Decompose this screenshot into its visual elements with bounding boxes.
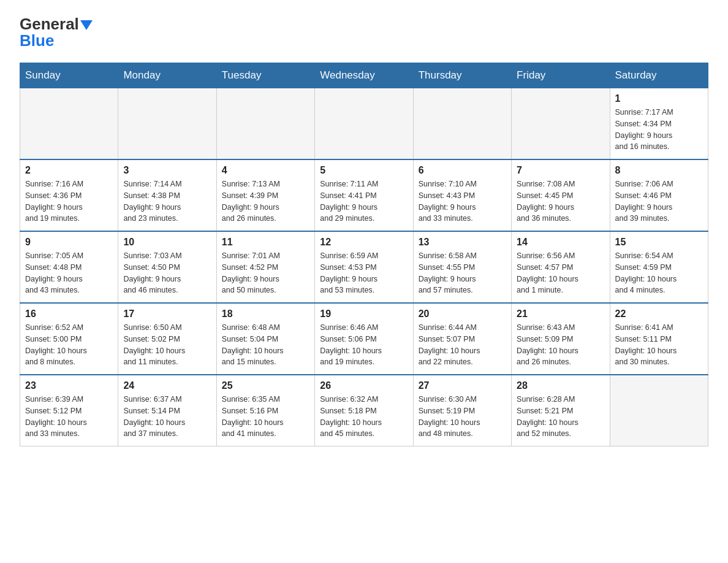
calendar-week-row: 9Sunrise: 7:05 AM Sunset: 4:48 PM Daylig… <box>20 231 708 303</box>
calendar-day-cell <box>512 88 610 160</box>
day-of-week-header: Tuesday <box>216 63 314 88</box>
calendar-day-cell: 12Sunrise: 6:59 AM Sunset: 4:53 PM Dayli… <box>315 231 413 303</box>
calendar-week-row: 2Sunrise: 7:16 AM Sunset: 4:36 PM Daylig… <box>20 159 708 231</box>
calendar-day-cell: 14Sunrise: 6:56 AM Sunset: 4:57 PM Dayli… <box>512 231 610 303</box>
day-info: Sunrise: 6:28 AM Sunset: 5:21 PM Dayligh… <box>517 394 604 440</box>
calendar-day-cell: 5Sunrise: 7:11 AM Sunset: 4:41 PM Daylig… <box>315 159 413 231</box>
calendar-week-row: 23Sunrise: 6:39 AM Sunset: 5:12 PM Dayli… <box>20 375 708 446</box>
calendar-day-cell: 16Sunrise: 6:52 AM Sunset: 5:00 PM Dayli… <box>20 303 118 375</box>
day-info: Sunrise: 6:52 AM Sunset: 5:00 PM Dayligh… <box>25 322 113 368</box>
day-number: 9 <box>25 237 113 248</box>
logo-blue-text: Blue <box>20 31 54 50</box>
calendar-day-cell: 7Sunrise: 7:08 AM Sunset: 4:45 PM Daylig… <box>512 159 610 231</box>
day-info: Sunrise: 6:54 AM Sunset: 4:59 PM Dayligh… <box>615 250 703 296</box>
day-number: 27 <box>419 380 506 391</box>
day-number: 2 <box>25 165 113 176</box>
calendar-day-cell: 24Sunrise: 6:37 AM Sunset: 5:14 PM Dayli… <box>118 375 216 446</box>
calendar-day-cell: 15Sunrise: 6:54 AM Sunset: 4:59 PM Dayli… <box>610 231 708 303</box>
day-number: 15 <box>615 237 703 248</box>
day-info: Sunrise: 6:43 AM Sunset: 5:09 PM Dayligh… <box>517 322 604 368</box>
day-number: 11 <box>222 237 309 248</box>
day-info: Sunrise: 7:17 AM Sunset: 4:34 PM Dayligh… <box>615 107 703 153</box>
day-number: 18 <box>222 308 309 320</box>
day-info: Sunrise: 7:08 AM Sunset: 4:45 PM Dayligh… <box>517 178 604 224</box>
logo-triangle-icon <box>80 20 93 30</box>
day-number: 19 <box>320 308 408 320</box>
calendar-day-cell: 9Sunrise: 7:05 AM Sunset: 4:48 PM Daylig… <box>20 231 118 303</box>
day-of-week-header: Thursday <box>413 63 511 88</box>
day-number: 23 <box>25 380 113 391</box>
calendar-day-cell <box>216 88 314 160</box>
calendar-day-cell: 19Sunrise: 6:46 AM Sunset: 5:06 PM Dayli… <box>315 303 413 375</box>
calendar-day-cell: 11Sunrise: 7:01 AM Sunset: 4:52 PM Dayli… <box>216 231 314 303</box>
calendar-day-cell: 20Sunrise: 6:44 AM Sunset: 5:07 PM Dayli… <box>413 303 511 375</box>
calendar-day-cell: 27Sunrise: 6:30 AM Sunset: 5:19 PM Dayli… <box>413 375 511 446</box>
day-number: 7 <box>517 165 604 176</box>
calendar-day-cell: 10Sunrise: 7:03 AM Sunset: 4:50 PM Dayli… <box>118 231 216 303</box>
calendar-day-cell: 13Sunrise: 6:58 AM Sunset: 4:55 PM Dayli… <box>413 231 511 303</box>
day-info: Sunrise: 6:59 AM Sunset: 4:53 PM Dayligh… <box>320 250 408 296</box>
day-number: 14 <box>517 237 604 248</box>
calendar-day-cell: 3Sunrise: 7:14 AM Sunset: 4:38 PM Daylig… <box>118 159 216 231</box>
day-info: Sunrise: 7:06 AM Sunset: 4:46 PM Dayligh… <box>615 178 703 224</box>
calendar-day-cell: 1Sunrise: 7:17 AM Sunset: 4:34 PM Daylig… <box>610 88 708 160</box>
calendar-day-cell: 23Sunrise: 6:39 AM Sunset: 5:12 PM Dayli… <box>20 375 118 446</box>
day-number: 17 <box>123 308 211 320</box>
day-info: Sunrise: 6:46 AM Sunset: 5:06 PM Dayligh… <box>320 322 408 368</box>
day-info: Sunrise: 7:03 AM Sunset: 4:50 PM Dayligh… <box>123 250 211 296</box>
day-info: Sunrise: 7:14 AM Sunset: 4:38 PM Dayligh… <box>123 178 211 224</box>
day-info: Sunrise: 6:35 AM Sunset: 5:16 PM Dayligh… <box>222 394 309 440</box>
calendar-day-cell: 17Sunrise: 6:50 AM Sunset: 5:02 PM Dayli… <box>118 303 216 375</box>
calendar-day-cell: 6Sunrise: 7:10 AM Sunset: 4:43 PM Daylig… <box>413 159 511 231</box>
day-info: Sunrise: 7:01 AM Sunset: 4:52 PM Dayligh… <box>222 250 309 296</box>
day-number: 26 <box>320 380 408 391</box>
day-of-week-header: Monday <box>118 63 216 88</box>
day-info: Sunrise: 6:39 AM Sunset: 5:12 PM Dayligh… <box>25 394 113 440</box>
calendar-week-row: 16Sunrise: 6:52 AM Sunset: 5:00 PM Dayli… <box>20 303 708 375</box>
calendar-day-cell <box>315 88 413 160</box>
day-number: 25 <box>222 380 309 391</box>
day-number: 6 <box>419 165 506 176</box>
calendar-day-cell: 28Sunrise: 6:28 AM Sunset: 5:21 PM Dayli… <box>512 375 610 446</box>
calendar-day-cell: 2Sunrise: 7:16 AM Sunset: 4:36 PM Daylig… <box>20 159 118 231</box>
day-number: 13 <box>419 237 506 248</box>
calendar-day-cell <box>413 88 511 160</box>
day-of-week-header: Friday <box>512 63 610 88</box>
day-number: 16 <box>25 308 113 320</box>
day-number: 10 <box>123 237 211 248</box>
day-number: 5 <box>320 165 408 176</box>
calendar-header-row: SundayMondayTuesdayWednesdayThursdayFrid… <box>20 63 708 88</box>
calendar-week-row: 1Sunrise: 7:17 AM Sunset: 4:34 PM Daylig… <box>20 88 708 160</box>
calendar-day-cell: 8Sunrise: 7:06 AM Sunset: 4:46 PM Daylig… <box>610 159 708 231</box>
calendar-table: SundayMondayTuesdayWednesdayThursdayFrid… <box>20 63 708 446</box>
page-header: General Blue <box>20 15 708 50</box>
day-number: 3 <box>123 165 211 176</box>
day-info: Sunrise: 7:11 AM Sunset: 4:41 PM Dayligh… <box>320 178 408 224</box>
day-info: Sunrise: 6:30 AM Sunset: 5:19 PM Dayligh… <box>419 394 506 440</box>
day-number: 24 <box>123 380 211 391</box>
day-info: Sunrise: 6:41 AM Sunset: 5:11 PM Dayligh… <box>615 322 703 368</box>
calendar-day-cell: 21Sunrise: 6:43 AM Sunset: 5:09 PM Dayli… <box>512 303 610 375</box>
logo: General Blue <box>20 15 93 50</box>
calendar-day-cell <box>118 88 216 160</box>
calendar-day-cell: 18Sunrise: 6:48 AM Sunset: 5:04 PM Dayli… <box>216 303 314 375</box>
day-info: Sunrise: 6:50 AM Sunset: 5:02 PM Dayligh… <box>123 322 211 368</box>
calendar-day-cell <box>20 88 118 160</box>
day-info: Sunrise: 7:16 AM Sunset: 4:36 PM Dayligh… <box>25 178 113 224</box>
calendar-day-cell: 22Sunrise: 6:41 AM Sunset: 5:11 PM Dayli… <box>610 303 708 375</box>
day-info: Sunrise: 7:13 AM Sunset: 4:39 PM Dayligh… <box>222 178 309 224</box>
day-number: 22 <box>615 308 703 320</box>
day-info: Sunrise: 6:56 AM Sunset: 4:57 PM Dayligh… <box>517 250 604 296</box>
day-number: 12 <box>320 237 408 248</box>
day-number: 4 <box>222 165 309 176</box>
calendar-day-cell: 4Sunrise: 7:13 AM Sunset: 4:39 PM Daylig… <box>216 159 314 231</box>
day-info: Sunrise: 7:10 AM Sunset: 4:43 PM Dayligh… <box>419 178 506 224</box>
day-info: Sunrise: 6:58 AM Sunset: 4:55 PM Dayligh… <box>419 250 506 296</box>
calendar-day-cell: 25Sunrise: 6:35 AM Sunset: 5:16 PM Dayli… <box>216 375 314 446</box>
day-number: 28 <box>517 380 604 391</box>
day-info: Sunrise: 6:37 AM Sunset: 5:14 PM Dayligh… <box>123 394 211 440</box>
day-info: Sunrise: 6:32 AM Sunset: 5:18 PM Dayligh… <box>320 394 408 440</box>
day-number: 8 <box>615 165 703 176</box>
calendar-day-cell: 26Sunrise: 6:32 AM Sunset: 5:18 PM Dayli… <box>315 375 413 446</box>
day-number: 20 <box>419 308 506 320</box>
